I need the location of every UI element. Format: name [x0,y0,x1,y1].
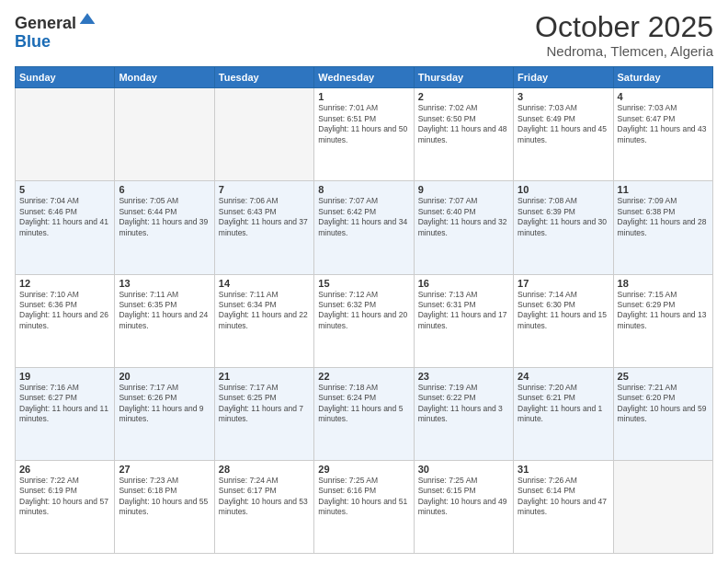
table-row: 25 Sunrise: 7:21 AMSunset: 6:20 PMDaylig… [613,367,712,460]
table-row: 18 Sunrise: 7:15 AMSunset: 6:29 PMDaylig… [613,274,712,367]
day-info: Sunrise: 7:08 AMSunset: 6:39 PMDaylight:… [518,196,609,238]
title-block: October 2025 Nedroma, Tlemcen, Algeria [535,11,713,59]
day-info: Sunrise: 7:17 AMSunset: 6:26 PMDaylight:… [119,383,210,425]
table-row: 16 Sunrise: 7:13 AMSunset: 6:31 PMDaylig… [414,274,513,367]
day-number: 3 [518,91,609,102]
day-info: Sunrise: 7:03 AMSunset: 6:49 PMDaylight:… [518,103,609,145]
day-number: 5 [19,184,110,195]
table-row [115,88,214,181]
day-number: 4 [618,91,709,102]
day-info: Sunrise: 7:23 AMSunset: 6:18 PMDaylight:… [119,476,210,518]
day-info: Sunrise: 7:12 AMSunset: 6:32 PMDaylight:… [318,290,409,332]
header-wednesday: Wednesday [314,67,414,88]
page: General Blue October 2025 Nedroma, Tlemc… [0,0,728,563]
header-saturday: Saturday [613,67,712,88]
day-info: Sunrise: 7:24 AMSunset: 6:17 PMDaylight:… [219,476,310,518]
logo-blue-text: Blue [15,33,97,52]
table-row: 28 Sunrise: 7:24 AMSunset: 6:17 PMDaylig… [214,460,313,553]
header-sunday: Sunday [16,67,115,88]
day-info: Sunrise: 7:25 AMSunset: 6:15 PMDaylight:… [418,476,509,518]
table-row: 6 Sunrise: 7:05 AMSunset: 6:44 PMDayligh… [115,181,214,274]
day-info: Sunrise: 7:14 AMSunset: 6:30 PMDaylight:… [518,290,609,332]
day-number: 7 [219,184,310,195]
day-info: Sunrise: 7:11 AMSunset: 6:35 PMDaylight:… [119,290,210,332]
day-number: 16 [418,278,509,289]
day-info: Sunrise: 7:15 AMSunset: 6:29 PMDaylight:… [618,290,709,332]
table-row: 13 Sunrise: 7:11 AMSunset: 6:35 PMDaylig… [115,274,214,367]
day-number: 8 [318,184,409,195]
table-row: 12 Sunrise: 7:10 AMSunset: 6:36 PMDaylig… [16,274,115,367]
day-number: 11 [618,184,709,195]
day-info: Sunrise: 7:07 AMSunset: 6:42 PMDaylight:… [318,196,409,238]
table-row: 31 Sunrise: 7:26 AMSunset: 6:14 PMDaylig… [514,460,613,553]
table-row: 4 Sunrise: 7:03 AMSunset: 6:47 PMDayligh… [613,88,712,181]
table-row: 7 Sunrise: 7:06 AMSunset: 6:43 PMDayligh… [214,181,313,274]
header-tuesday: Tuesday [214,67,313,88]
day-info: Sunrise: 7:21 AMSunset: 6:20 PMDaylight:… [618,383,709,425]
day-number: 15 [318,278,409,289]
day-info: Sunrise: 7:04 AMSunset: 6:46 PMDaylight:… [19,196,110,238]
day-info: Sunrise: 7:10 AMSunset: 6:36 PMDaylight:… [19,290,110,332]
table-row: 9 Sunrise: 7:07 AMSunset: 6:40 PMDayligh… [414,181,513,274]
location-subtitle: Nedroma, Tlemcen, Algeria [535,43,713,59]
day-number: 25 [618,371,709,382]
day-info: Sunrise: 7:07 AMSunset: 6:40 PMDaylight:… [418,196,509,238]
day-info: Sunrise: 7:13 AMSunset: 6:31 PMDaylight:… [418,290,509,332]
table-row: 3 Sunrise: 7:03 AMSunset: 6:49 PMDayligh… [514,88,613,181]
day-number: 29 [318,464,409,475]
table-row: 1 Sunrise: 7:01 AMSunset: 6:51 PMDayligh… [314,88,414,181]
table-row: 22 Sunrise: 7:18 AMSunset: 6:24 PMDaylig… [314,367,414,460]
table-row: 5 Sunrise: 7:04 AMSunset: 6:46 PMDayligh… [16,181,115,274]
day-number: 12 [19,278,110,289]
table-row: 26 Sunrise: 7:22 AMSunset: 6:19 PMDaylig… [16,460,115,553]
table-row [214,88,313,181]
day-info: Sunrise: 7:16 AMSunset: 6:27 PMDaylight:… [19,383,110,425]
table-row [613,460,712,553]
day-info: Sunrise: 7:02 AMSunset: 6:50 PMDaylight:… [418,103,509,145]
table-row: 10 Sunrise: 7:08 AMSunset: 6:39 PMDaylig… [514,181,613,274]
day-info: Sunrise: 7:26 AMSunset: 6:14 PMDaylight:… [518,476,609,518]
day-info: Sunrise: 7:18 AMSunset: 6:24 PMDaylight:… [318,383,409,425]
table-row: 29 Sunrise: 7:25 AMSunset: 6:16 PMDaylig… [314,460,414,553]
day-info: Sunrise: 7:05 AMSunset: 6:44 PMDaylight:… [119,196,210,238]
table-row: 30 Sunrise: 7:25 AMSunset: 6:15 PMDaylig… [414,460,513,553]
header-monday: Monday [115,67,214,88]
table-row [16,88,115,181]
day-number: 17 [518,278,609,289]
logo-general-text: General [15,15,76,33]
table-row: 8 Sunrise: 7:07 AMSunset: 6:42 PMDayligh… [314,181,414,274]
day-number: 13 [119,278,210,289]
header-thursday: Thursday [414,67,513,88]
day-number: 6 [119,184,210,195]
day-number: 30 [418,464,509,475]
day-number: 21 [219,371,310,382]
day-number: 27 [119,464,210,475]
day-info: Sunrise: 7:19 AMSunset: 6:22 PMDaylight:… [418,383,509,425]
day-number: 9 [418,184,509,195]
day-number: 24 [518,371,609,382]
table-row: 11 Sunrise: 7:09 AMSunset: 6:38 PMDaylig… [613,181,712,274]
day-info: Sunrise: 7:03 AMSunset: 6:47 PMDaylight:… [618,103,709,145]
table-row: 17 Sunrise: 7:14 AMSunset: 6:30 PMDaylig… [514,274,613,367]
table-row: 24 Sunrise: 7:20 AMSunset: 6:21 PMDaylig… [514,367,613,460]
table-row: 19 Sunrise: 7:16 AMSunset: 6:27 PMDaylig… [16,367,115,460]
day-info: Sunrise: 7:25 AMSunset: 6:16 PMDaylight:… [318,476,409,518]
day-number: 31 [518,464,609,475]
table-row: 15 Sunrise: 7:12 AMSunset: 6:32 PMDaylig… [314,274,414,367]
day-info: Sunrise: 7:01 AMSunset: 6:51 PMDaylight:… [318,103,409,145]
table-row: 23 Sunrise: 7:19 AMSunset: 6:22 PMDaylig… [414,367,513,460]
header: General Blue October 2025 Nedroma, Tlemc… [15,11,713,59]
weekday-header-row: Sunday Monday Tuesday Wednesday Thursday… [16,67,713,88]
day-number: 23 [418,371,509,382]
day-info: Sunrise: 7:06 AMSunset: 6:43 PMDaylight:… [219,196,310,238]
day-number: 2 [418,91,509,102]
svg-marker-0 [80,13,96,24]
header-friday: Friday [514,67,613,88]
day-number: 1 [318,91,409,102]
day-number: 18 [618,278,709,289]
logo-icon [78,10,97,29]
day-info: Sunrise: 7:09 AMSunset: 6:38 PMDaylight:… [618,196,709,238]
day-info: Sunrise: 7:20 AMSunset: 6:21 PMDaylight:… [518,383,609,425]
day-number: 26 [19,464,110,475]
table-row: 27 Sunrise: 7:23 AMSunset: 6:18 PMDaylig… [115,460,214,553]
